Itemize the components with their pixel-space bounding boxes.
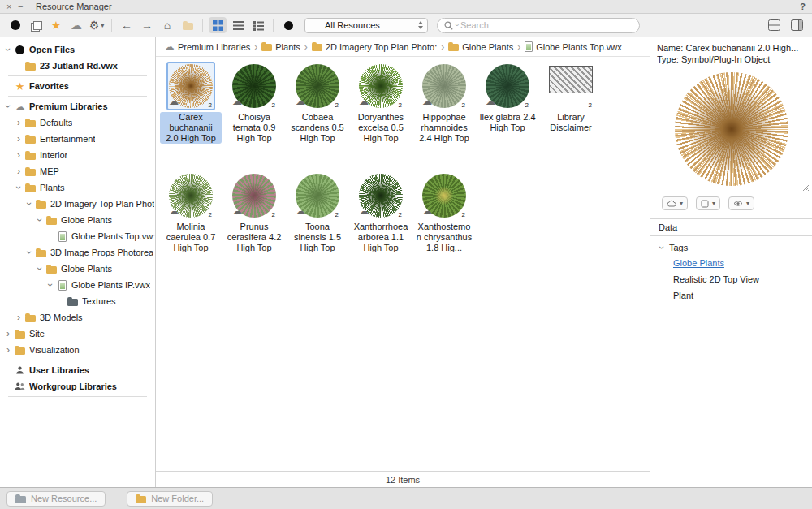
breadcrumb-item[interactable]: Globe Plants Top.vwx (525, 41, 622, 52)
breadcrumb-item[interactable]: ☁ Premium Libraries (164, 41, 250, 52)
resource-item-choisya[interactable]: ☁↓ 2 Choisya ternata 0.9 High Top (222, 62, 286, 170)
chevron-expanded-icon[interactable]: › (657, 243, 667, 252)
chevron-expanded-icon[interactable]: › (24, 199, 34, 209)
chevron-collapsed-icon[interactable]: › (14, 313, 24, 322)
sidebar-item-3d-models[interactable]: › 3D Models (0, 309, 155, 326)
sidebar-item-jutland-file[interactable]: 23 Jutland Rd.vwx (0, 58, 155, 74)
resource-item-ilex[interactable]: ☁↓ 2 Ilex glabra 2.4 High Top (476, 62, 539, 170)
resource-item-hippophae[interactable]: ☁↓ 2 Hippophae rhamnoides 2.4 High Top (412, 62, 476, 170)
new-resource-button[interactable]: New Resource... (6, 491, 106, 507)
vectorworks-logo-icon (284, 21, 293, 30)
help-button[interactable]: ? (800, 2, 806, 11)
toggle-preview-panel-button[interactable] (788, 17, 806, 33)
cloud-download-icon[interactable]: ☁↓ (169, 99, 181, 110)
sidebar-item-globe-plants-ip-file[interactable]: › Globe Plants IP.vwx (0, 277, 155, 293)
sidebar-item-entertainment[interactable]: › Entertainment (0, 131, 155, 147)
chevron-collapsed-icon[interactable]: › (14, 134, 24, 144)
sidebar-item-workgroup-libraries[interactable]: Workgroup Libraries (0, 378, 155, 395)
cloud-download-icon[interactable]: ☁↓ (296, 209, 308, 219)
tag-link[interactable]: Globe Plants (673, 258, 724, 268)
search-input[interactable] (460, 20, 633, 30)
home-button[interactable]: ⌂ (158, 17, 176, 33)
search-scope-chevron-icon[interactable]: › (453, 24, 461, 27)
preview-style-menu-button[interactable]: ▾ (696, 196, 720, 210)
chevron-expanded-icon[interactable]: › (35, 215, 45, 225)
chevron-expanded-icon[interactable]: › (35, 264, 45, 274)
sidebar-item-globe-plants-top-file[interactable]: Globe Plants Top.vw: (0, 228, 155, 244)
chevron-collapsed-icon[interactable]: › (3, 329, 13, 339)
chevron-expanded-icon[interactable]: › (24, 248, 34, 257)
resource-manager-window: × − Resource Manager ? ★ ☁ ⚙ ▾ ← → ⌂ (0, 0, 812, 509)
resource-item-xanthostemon[interactable]: ☁↓ 2 Xanthostemon chrysanthus 1.8 Hig... (412, 171, 476, 279)
cloud-download-icon[interactable]: ☁↓ (359, 209, 371, 219)
sidebar-item-site[interactable]: › Site (0, 326, 155, 342)
chevron-expanded-icon[interactable]: › (3, 45, 13, 54)
sidebar-item-user-libraries[interactable]: User Libraries (0, 362, 155, 378)
resource-item-molinia[interactable]: ☁↓ 2 Molinia caerulea 0.7 High Top (159, 171, 222, 279)
new-folder-button[interactable]: New Folder... (127, 491, 213, 507)
data-section-header[interactable]: Data (650, 218, 812, 236)
breadcrumb-item[interactable]: Globe Plants (448, 42, 513, 52)
resource-item-toona[interactable]: ☁↓ 2 Toona sinensis 1.5 High Top (286, 171, 349, 279)
preview-cloud-menu-button[interactable]: ▾ (662, 196, 688, 210)
chevron-collapsed-icon[interactable]: › (14, 166, 24, 176)
active-document-button[interactable] (6, 17, 24, 33)
sidebar-item-globe-plants-3d[interactable]: › Globe Plants (0, 261, 155, 277)
back-button[interactable]: ← (118, 17, 136, 33)
chevron-expanded-icon[interactable]: › (45, 280, 55, 290)
resource-item-xanthorrhoea[interactable]: ☁↓ 2 Xanthorrhoea arborea 1.1 High Top (349, 171, 412, 279)
sidebar-item-defaults[interactable]: › Defaults (0, 114, 155, 131)
cloud-download-icon[interactable]: ☁↓ (296, 99, 308, 110)
sidebar-item-mep[interactable]: › MEP (0, 163, 155, 179)
sidebar-item-globe-plants-2d[interactable]: › Globe Plants (0, 212, 155, 228)
document-scope-button[interactable] (279, 17, 297, 33)
sidebar-item-2d-imagery[interactable]: › 2D Imagery Top Plan Phot (0, 196, 155, 212)
chevron-expanded-icon[interactable]: › (3, 101, 13, 111)
view-detail-button[interactable] (249, 17, 267, 33)
sidebar-item-interior[interactable]: › Interior (0, 147, 155, 163)
resource-item-doryanthes[interactable]: ☁↓ 2 Doryanthes excelsa 0.5 High Top (349, 62, 412, 170)
libraries-button[interactable]: ☁ (67, 17, 85, 33)
favorites-button[interactable]: ★ (47, 17, 65, 33)
cloud-download-icon[interactable]: ☁↓ (232, 209, 244, 219)
chevron-collapsed-icon[interactable]: › (3, 345, 13, 355)
toggle-detail-view-button[interactable] (765, 17, 783, 33)
sidebar-item-visualization[interactable]: › Visualization (0, 342, 155, 358)
chevron-expanded-icon[interactable]: › (14, 183, 24, 192)
cloud-download-icon[interactable]: ☁↓ (359, 99, 371, 110)
sidebar-item-open-files[interactable]: › Open Files (0, 41, 155, 58)
sidebar-item-plants[interactable]: › Plants (0, 179, 155, 196)
resource-thumbnail: ☁↓ 2 (420, 62, 469, 110)
resize-grip-icon[interactable] (801, 183, 810, 192)
tags-section-header[interactable]: › Tags (650, 236, 812, 255)
cloud-download-icon[interactable]: ☁↓ (422, 209, 434, 219)
breadcrumb-item[interactable]: 2D Imagery Top Plan Photo: (312, 42, 437, 52)
cloud-download-icon[interactable]: ☁↓ (169, 209, 181, 219)
sidebar-item-favorites[interactable]: ★ Favorites (0, 78, 155, 94)
preview-view-menu-button[interactable]: ▾ (728, 196, 754, 210)
sidebar-item-textures[interactable]: Textures (0, 293, 155, 309)
cloud-download-icon[interactable]: ☁↓ (422, 99, 434, 110)
chevron-collapsed-icon[interactable]: › (14, 118, 24, 127)
resource-item-prunus[interactable]: ☁↓ 2 Prunus cerasifera 4.2 High Top (222, 171, 286, 279)
parent-folder-button[interactable] (179, 17, 197, 33)
close-button[interactable]: × (6, 2, 18, 11)
open-files-button[interactable] (27, 17, 45, 33)
resource-item-cobaea[interactable]: ☁↓ 2 Cobaea scandens 0.5 High Top (286, 62, 349, 170)
cloud-download-icon[interactable]: ☁↓ (232, 99, 244, 110)
sidebar-item-premium-libraries[interactable]: › ☁ Premium Libraries (0, 98, 155, 114)
view-list-button[interactable] (229, 17, 247, 33)
chevron-collapsed-icon[interactable]: › (14, 150, 24, 160)
forward-button[interactable]: → (138, 17, 156, 33)
resource-filter-select[interactable]: All Resources (304, 18, 428, 33)
search-field[interactable]: › (437, 18, 640, 33)
breadcrumb-item[interactable]: Plants (261, 42, 300, 52)
view-grid-button[interactable] (209, 17, 227, 33)
gear-icon: ⚙ (89, 19, 100, 31)
sidebar-item-3d-image-props[interactable]: › 3D Image Props Photorea (0, 244, 155, 261)
resource-item-library-disclaimer[interactable]: 2 Library Disclaimer (539, 62, 603, 170)
minimize-button[interactable]: − (18, 2, 29, 11)
cloud-download-icon[interactable]: ☁↓ (486, 99, 498, 110)
resource-item-carex[interactable]: ☁↓ 2 Carex buchananii 2.0 High Top (159, 62, 222, 170)
settings-button[interactable]: ⚙ ▾ (88, 17, 106, 33)
